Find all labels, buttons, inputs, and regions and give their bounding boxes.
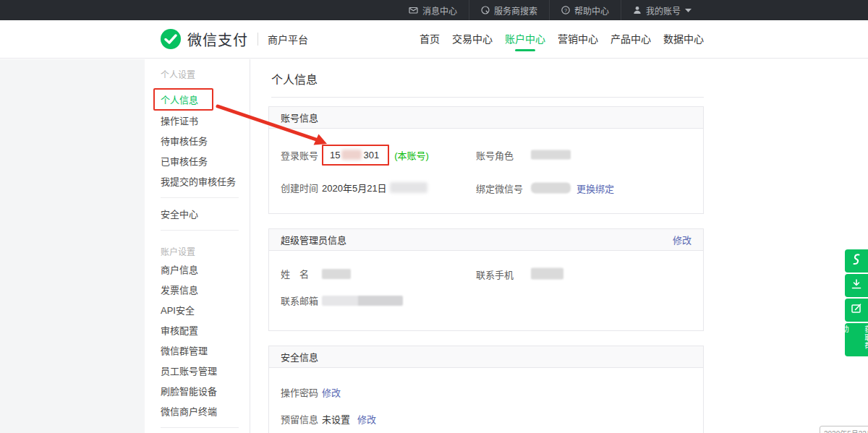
topbar-item-label: 消息中心 — [422, 4, 457, 17]
admin-phone-label: 联系手机 — [476, 267, 531, 280]
sidebar: 个人设置 个人信息 操作证书 待审核任务 已审核任务 我提交的审核任务 安全中心… — [145, 59, 250, 433]
admin-name-redacted — [322, 269, 351, 279]
edit-icon — [851, 303, 862, 317]
floating-help-widget: 获取帮助 — [845, 249, 868, 356]
topbar-item-help-center[interactable]: ? 帮助中心 — [549, 0, 621, 20]
nav-marketing-center[interactable]: 营销中心 — [558, 20, 598, 58]
sidebar-item-merchant-info[interactable]: 商户信息 — [161, 265, 250, 275]
account-role-redacted — [531, 150, 571, 160]
bound-wechat-label: 绑定微信号 — [476, 181, 531, 194]
super-admin-card: 超级管理员信息 修改 姓 名 联系手机 联系邮箱 — [268, 228, 704, 331]
admin-phone-redacted — [531, 268, 563, 280]
reserved-info-edit-link[interactable]: 修改 — [357, 412, 376, 426]
search-icon — [481, 6, 490, 14]
security-info-card-title: 安全信息 — [281, 350, 318, 364]
title-divider — [271, 97, 704, 98]
account-info-card: 账号信息 登录账号 15 301 (本账号) 账号角色 创建时间 2020年5月… — [268, 106, 704, 214]
operation-password-edit-link[interactable]: 修改 — [322, 385, 341, 399]
login-account-value-prefix: 15 — [330, 150, 340, 160]
page-title: 个人信息 — [271, 74, 868, 87]
get-help-button[interactable]: 获取帮助 — [845, 323, 868, 356]
date-tooltip: 2020年5月22日 — [820, 426, 868, 433]
hotline-icon — [851, 253, 862, 269]
sidebar-item-api-security[interactable]: API安全 — [161, 306, 250, 316]
topbar-item-my-account[interactable]: 我的账号 — [621, 0, 703, 20]
admin-email-redacted — [322, 296, 403, 306]
sidebar-item-face-device[interactable]: 刷脸智能设备 — [161, 387, 250, 397]
main-nav: 首页 交易中心 账户中心 营销中心 产品中心 数据中心 — [420, 20, 704, 58]
topbar-item-messages[interactable]: 消息中心 — [397, 0, 469, 20]
mail-icon — [409, 6, 418, 14]
super-admin-edit-link[interactable]: 修改 — [673, 233, 692, 246]
super-admin-card-header: 超级管理员信息 修改 — [269, 229, 703, 251]
login-account-value-suffix: 301 — [363, 150, 379, 160]
login-account-label: 登录账号 — [281, 148, 322, 162]
download-button[interactable] — [845, 274, 868, 297]
annotation-red-box-login: 15 301 — [322, 145, 389, 166]
account-info-card-header: 账号信息 — [269, 107, 703, 129]
sidebar-item-security-center[interactable]: 安全中心 — [161, 210, 250, 220]
topbar-item-label: 我的账号 — [646, 4, 681, 17]
nav-data-center[interactable]: 数据中心 — [663, 20, 704, 58]
admin-email-label: 联系邮箱 — [281, 293, 322, 307]
brand-separator — [258, 33, 258, 46]
login-account-redacted — [341, 150, 362, 160]
sidebar-item-review-config[interactable]: 审核配置 — [161, 326, 250, 336]
created-time-label: 创建时间 — [281, 181, 322, 194]
created-time-value: 2020年5月21日 — [322, 181, 387, 194]
hotline-button[interactable] — [845, 249, 868, 273]
topbar-item-label: 服务商搜索 — [494, 4, 537, 17]
sidebar-divider — [161, 230, 239, 231]
download-icon — [851, 278, 862, 293]
sidebar-item-wechat-group-mgmt[interactable]: 微信群管理 — [161, 346, 250, 356]
portal-name: 商户平台 — [268, 32, 308, 46]
brand[interactable]: 微信支付 商户平台 — [161, 20, 308, 58]
account-role-label: 账号角色 — [476, 148, 531, 162]
feedback-button[interactable] — [845, 299, 868, 322]
sidebar-divider — [161, 427, 239, 428]
reserved-info-status: 未设置 — [322, 412, 350, 426]
left-margin — [0, 59, 145, 433]
sidebar-section-account-settings: 账户设置 — [161, 248, 250, 257]
nav-transaction-center[interactable]: 交易中心 — [452, 20, 493, 58]
nav-home[interactable]: 首页 — [420, 20, 440, 58]
sidebar-item-operation-certificate[interactable]: 操作证书 — [161, 116, 250, 127]
rebind-link[interactable]: 更换绑定 — [576, 181, 614, 194]
admin-name-label: 姓 名 — [281, 267, 322, 280]
super-admin-card-title: 超级管理员信息 — [281, 233, 346, 246]
sidebar-section-personal-settings: 个人设置 — [161, 71, 250, 80]
reserved-info-label: 预留信息 — [281, 412, 322, 426]
sidebar-item-personal-info[interactable]: 个人信息 — [161, 95, 198, 106]
svg-text:?: ? — [564, 7, 567, 14]
topbar: 消息中心 服务商搜索 ? 帮助中心 我的账号 — [0, 0, 868, 20]
user-icon — [633, 6, 642, 14]
question-icon: ? — [561, 6, 570, 14]
sidebar-item-pending-review-tasks[interactable]: 待审核任务 — [161, 137, 250, 147]
account-info-card-title: 账号信息 — [281, 111, 318, 124]
bound-wechat-redacted — [531, 182, 571, 193]
nav-account-center[interactable]: 账户中心 — [505, 20, 545, 58]
current-account-tag: (本账号) — [394, 148, 429, 162]
sidebar-item-my-submitted-tasks[interactable]: 我提交的审核任务 — [161, 177, 250, 187]
sidebar-item-merchant-terminal[interactable]: 微信商户终端 — [161, 407, 250, 417]
page-header: 微信支付 商户平台 首页 交易中心 账户中心 营销中心 产品中心 数据中心 — [0, 20, 868, 59]
chevron-down-icon — [685, 9, 692, 12]
wechat-pay-logo-icon — [161, 29, 181, 49]
sidebar-divider — [161, 197, 239, 198]
created-time-redacted — [390, 182, 427, 193]
main-content: 个人信息 账号信息 登录账号 15 301 (本账号) 账号角色 创建时 — [250, 59, 868, 433]
operation-password-label: 操作密码 — [281, 385, 322, 399]
sidebar-item-reviewed-tasks[interactable]: 已审核任务 — [161, 157, 250, 167]
annotation-red-box-sidebar: 个人信息 — [153, 88, 213, 111]
security-info-card: 安全信息 操作密码 修改 预留信息 未设置 修改 预留信息是由你自己设置的一段文… — [268, 346, 704, 433]
brand-name: 微信支付 — [187, 29, 248, 50]
nav-product-center[interactable]: 产品中心 — [610, 20, 651, 58]
sidebar-item-invoice-info[interactable]: 发票信息 — [161, 286, 250, 296]
security-info-card-header: 安全信息 — [269, 346, 703, 368]
sidebar-item-staff-account-mgmt[interactable]: 员工账号管理 — [161, 366, 250, 377]
topbar-item-label: 帮助中心 — [574, 4, 609, 17]
topbar-item-sp-search[interactable]: 服务商搜索 — [469, 0, 549, 20]
